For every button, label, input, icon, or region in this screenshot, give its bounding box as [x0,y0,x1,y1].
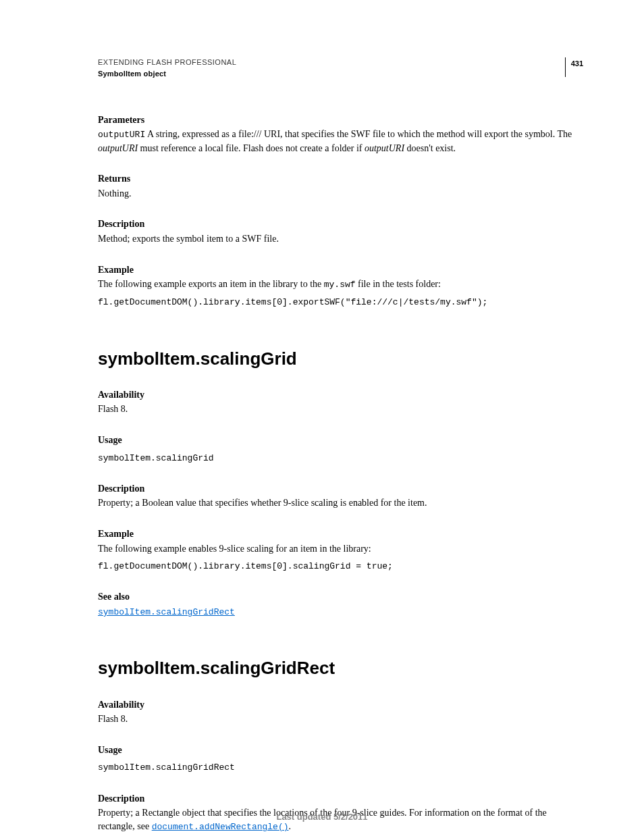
header-left: EXTENDING FLASH PROFESSIONAL SymbolItem … [98,57,236,80]
returns-heading: Returns [98,172,583,186]
example-heading-2: Example [98,527,583,541]
doc-title: EXTENDING FLASH PROFESSIONAL [98,57,236,68]
parameters-text: outputURI A string, expressed as a file:… [98,128,583,155]
description-heading: Description [98,217,583,231]
availability-heading: Availability [98,388,583,402]
example-text-sg: The following example enables 9-slice sc… [98,542,583,556]
param-italic-2: outputURI [365,143,404,153]
page: EXTENDING FLASH PROFESSIONAL SymbolItem … [0,0,644,834]
availability-heading-3: Availability [98,698,583,712]
description-heading-2: Description [98,482,583,496]
description-heading-3: Description [98,792,583,806]
page-footer: Last updated 5/2/2011 [0,811,644,823]
heading-scalinggrid: symbolItem.scalingGrid [98,346,583,371]
example-code-inline: my.swf [324,280,356,290]
param-desc-3: doesn't exist. [404,143,456,153]
param-name: outputURI [98,130,145,140]
description-link[interactable]: document.addNewRectangle() [152,822,289,832]
doc-section: SymbolItem object [98,69,236,79]
availability-text: Flash 8. [98,402,583,416]
usage-heading: Usage [98,434,583,447]
see-also-heading: See also [98,590,583,604]
example-text: The following example exports an item in… [98,278,583,291]
usage-code: symbolItem.scalingGrid [98,452,583,465]
example-text-2: file in the tests folder: [356,279,441,289]
code-block-2: fl.getDocumentDOM().library.items[0].sca… [98,561,583,573]
example-heading: Example [98,263,583,277]
section-scalinggridrect: symbolItem.scalingGridRect Availability … [98,656,583,833]
section-scalinggrid: symbolItem.scalingGrid Availability Flas… [98,346,583,619]
parameters-heading: Parameters [98,113,583,127]
page-header: EXTENDING FLASH PROFESSIONAL SymbolItem … [98,57,583,80]
see-also-links: symbolItem.scalingGridRect [98,605,583,619]
page-number: 431 [565,57,583,77]
usage-heading-3: Usage [98,744,583,757]
param-italic-1: outputURI [98,143,138,153]
returns-text: Nothing. [98,187,583,201]
param-desc-2: must reference a local file. Flash does … [138,143,365,153]
param-desc-1: A string, expressed as a file:/// URI, t… [145,129,572,139]
code-block-1: fl.getDocumentDOM().library.items[0].exp… [98,296,583,309]
description-text-2: Property; a Boolean value that specifies… [98,496,583,510]
heading-scalinggridrect: symbolItem.scalingGridRect [98,656,583,680]
example-text-1: The following example exports an item in… [98,279,324,289]
description-text: Method; exports the symbol item to a SWF… [98,232,583,246]
usage-code-3: symbolItem.scalingGridRect [98,762,583,774]
see-also-link[interactable]: symbolItem.scalingGridRect [98,607,235,617]
section-exportswf-continued: Parameters outputURI A string, expressed… [98,113,583,309]
availability-text-3: Flash 8. [98,712,583,726]
